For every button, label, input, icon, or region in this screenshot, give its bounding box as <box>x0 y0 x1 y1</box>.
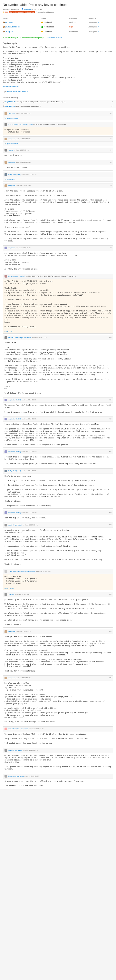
edit-tags-icon[interactable]: ✎ <box>27 91 28 92</box>
comment-body: I hit the same problem. Updating from 14… <box>3 188 113 244</box>
comment-author[interactable]: pataquets <box>8 161 15 164</box>
also-affects-distro[interactable]: ⊕ Also affects distribution/package <box>20 37 44 38</box>
status-text[interactable]: Fix Released <box>43 26 54 28</box>
comment-header: Stuart Axon (stu-axon) wrote on 2015-01-… <box>3 774 113 779</box>
comment-date: #5 <box>110 161 111 164</box>
comment-author[interactable]: Phillip Susi (psusi, is-launchpad-janito… <box>8 570 35 573</box>
comment-header: pataquets wrote on 2014-10-15:#1 <box>3 111 113 116</box>
comment-header: pataquets wrote on 2014-12-17:#23 <box>3 629 113 634</box>
comment-author[interactable]: pataquets <box>8 185 15 187</box>
avatar <box>5 138 7 140</box>
comment-header: Marius Gedminas (mgedmin) wrote on 2015-… <box>3 727 113 732</box>
avatar <box>5 450 7 453</box>
edit-assignee-icon[interactable]: ✎ <box>98 26 99 28</box>
page-title: No symbol table. Press any key to contin… <box>3 2 113 8</box>
attachment-link[interactable]: apport information <box>7 118 17 119</box>
comment-author[interactable]: Stuart Axon (stu-axon) <box>8 775 24 777</box>
affects-link[interactable]: grub2 (Ubuntu) <box>5 26 17 28</box>
status-dot-icon <box>41 31 43 32</box>
comment: pataquets wrote on 2014-10-30:#6I hit th… <box>3 183 113 244</box>
tag[interactable]: apport-bug <box>13 91 21 92</box>
comment-author[interactable]: xsi (werm) <box>8 247 15 249</box>
dup-link[interactable]: Bug #1390945 <box>5 101 15 103</box>
comment-body: I just reported it above. <box>3 165 113 170</box>
comment-author[interactable]: pataquets <box>8 112 15 115</box>
comment: xsi (dorian-davidx) wrote on 2014-11-21:… <box>3 449 113 467</box>
see-original[interactable]: See original description <box>0 85 116 89</box>
assignee[interactable]: Unassigned <box>88 30 97 33</box>
col-assigned: Assigned to <box>88 16 113 20</box>
avatar <box>5 149 7 151</box>
affects-link[interactable]: Trusty <box>5 30 10 33</box>
tag[interactable]: amd64 <box>7 91 11 92</box>
edit-icon[interactable]: Edit <box>10 22 13 23</box>
importance-text[interactable]: High <box>69 26 73 28</box>
comment-author[interactable]: penalvch (penalvch) <box>8 749 22 751</box>
comment-date: #16 <box>109 451 111 453</box>
comment: Phillip Susi (psusi) wrote on 2014-10-30… <box>3 172 113 182</box>
read-more[interactable]: Read more... <box>3 329 113 333</box>
comment-author[interactable]: xsi (dorian-davidx) <box>8 418 21 420</box>
comment-author[interactable]: Marius Gedminas (mgedmin) <box>8 728 28 730</box>
importance-text[interactable]: Medium <box>69 21 75 23</box>
edit-icon[interactable]: Edit <box>18 26 20 28</box>
dup-badge: May be fixed, see the duplicate bug <box>9 11 35 13</box>
comment-author[interactable]: penalvch (penalvch) <box>8 524 22 526</box>
assignee[interactable]: Unassigned <box>88 21 97 23</box>
also-affects-project[interactable]: ⊕ Also affects project <box>3 37 17 38</box>
nominate-series[interactable]: ⊞ Nominate for series <box>47 37 62 38</box>
edit-assignee-icon[interactable]: ✎ <box>98 30 99 33</box>
tag[interactable]: trusty <box>22 91 25 92</box>
avatar <box>5 775 7 778</box>
comment-author[interactable]: Phillip Susi (psusi) <box>8 470 21 472</box>
status-dot-icon <box>41 26 43 28</box>
affects-link[interactable]: grub2 <box>5 21 10 23</box>
dup-link[interactable]: Bug #1399036 <box>5 105 15 107</box>
edit-icon[interactable]: Edit <box>11 31 13 32</box>
comment-author[interactable]: Steve Langasek (vorlon) <box>8 275 25 277</box>
comment-date: #7 <box>110 247 111 249</box>
comment-author[interactable]: Michael Lustenberger (mic-inofix) <box>8 337 31 339</box>
disclosure-icon[interactable]: ▸ <box>3 101 5 103</box>
disclosure-icon[interactable]: ▸ <box>3 105 5 107</box>
assignee[interactable]: Unassigned <box>88 26 97 28</box>
read-more[interactable]: Read more... <box>3 586 113 590</box>
comment-author[interactable]: penalvch <box>8 593 14 596</box>
comment-header: xsi (dorian-davidx) wrote on 2014-11-21:… <box>3 449 113 454</box>
comment: pataquets wrote on 2014-10-30:#5I just r… <box>3 160 113 170</box>
comment-date: #19 <box>109 524 111 526</box>
comment-author[interactable]: xsi (dorian-davidx) <box>8 512 21 514</box>
comment-author[interactable]: pataquets <box>8 677 15 679</box>
comment-author[interactable]: Phillip Susi (psusi) <box>8 173 21 176</box>
avatar <box>5 630 7 633</box>
avatar <box>5 275 7 278</box>
attachment-link[interactable]: (2 duplicates) <box>7 178 15 180</box>
comment-body: The message "no symbol table kernel" nee… <box>3 402 113 415</box>
comment-header: Michael Lustenberger (mic-inofix) wrote … <box>3 336 113 340</box>
heat-row: 🔥 368 May be fixed, see the duplicate bu… <box>3 11 113 13</box>
status-text[interactable]: Confirmed <box>43 21 52 23</box>
affects-count: This bug affects 71 people <box>36 11 54 13</box>
comment-author[interactable]: xsi (dorian-davidx) <box>8 450 21 453</box>
comment-author[interactable]: Brad Figg (brad-figg; bot-comment) <box>8 123 33 126</box>
fire-icon: 🔥 <box>3 11 5 13</box>
comment: Phillip Susi (psusi) wrote on 2014-11-22… <box>3 468 113 509</box>
comment-body: @@ -17,3 +17,3 @@ - Booting: Linux 3.13.… <box>3 574 113 586</box>
comment-author[interactable]: pataquets <box>8 138 15 140</box>
comment-header: Phillip Susi (psusi) wrote on 2014-11-22… <box>3 469 113 474</box>
status-text[interactable]: Confirmed <box>43 30 52 33</box>
comment-date: #21 <box>109 593 111 595</box>
avatar <box>5 173 7 176</box>
comment-body: pataquets, great to hear this issue is n… <box>3 597 113 627</box>
avatar <box>5 161 7 164</box>
comment-header: mseide wrote on 2014-10-30:#4 <box>3 148 113 153</box>
person-icon: 👤 <box>22 8 24 10</box>
edit-assignee-icon[interactable]: ✎ <box>98 21 99 23</box>
comment: xsi (dorian-davidx) wrote on 2014-11-24:… <box>3 510 113 521</box>
attachment-link[interactable]: apport information <box>7 143 17 144</box>
reporter-link[interactable]: pataquets <box>24 8 31 10</box>
comment-author[interactable]: xsi (dorian-davidx) <box>8 399 21 401</box>
importance-text[interactable]: Undecided <box>69 30 78 33</box>
comment-author[interactable]: pataquets <box>8 630 15 633</box>
comment-author[interactable]: mseide <box>8 149 13 151</box>
